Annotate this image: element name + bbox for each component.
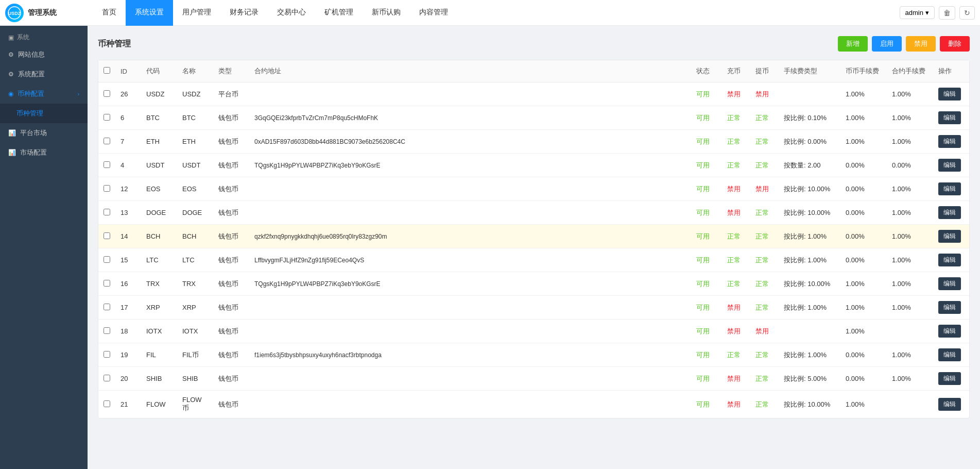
edit-button[interactable]: 编辑 — [938, 372, 961, 385]
row-coin-fee: 1.00% — [840, 296, 887, 320]
sidebar-item-coin-management[interactable]: 币种管理 — [0, 104, 88, 123]
row-type: 钱包币 — [213, 296, 249, 320]
row-checkbox[interactable] — [98, 272, 115, 296]
edit-button[interactable]: 编辑 — [938, 301, 961, 314]
nav-content[interactable]: 内容管理 — [410, 0, 457, 26]
edit-button[interactable]: 编辑 — [938, 206, 961, 219]
content-area: 币种管理 新增 启用 禁用 删除 ID 代码 名称 — [88, 26, 980, 469]
row-checkbox[interactable] — [98, 248, 115, 272]
row-name: DOGE — [177, 201, 213, 225]
main: ▣ 系统 ⚙ 网站信息 ⚙ 系统配置 ◉ 币种配置 › 币种管理 📊 平台市场 — [0, 26, 980, 469]
edit-button[interactable]: 编辑 — [938, 230, 961, 243]
nav-user-management[interactable]: 用户管理 — [173, 0, 220, 26]
edit-button[interactable]: 编辑 — [938, 348, 961, 361]
row-coin-fee: 0.00% — [840, 201, 887, 225]
table-row: 21 FLOW FLOW币 钱包币 可用 禁用 正常 按比例: 10.00% 1… — [98, 391, 969, 418]
row-checkbox[interactable] — [98, 106, 115, 130]
app: USDZ 管理系统 首页 系统设置 用户管理 财务记录 交易中心 矿机管理 新币… — [0, 0, 980, 469]
top-nav: USDZ 管理系统 首页 系统设置 用户管理 财务记录 交易中心 矿机管理 新币… — [0, 0, 980, 26]
gear-icon-2: ⚙ — [8, 71, 14, 78]
sidebar-item-website-info[interactable]: ⚙ 网站信息 — [0, 45, 88, 64]
row-contract-fee: 1.00% — [887, 225, 933, 248]
sidebar-item-coin-config[interactable]: ◉ 币种配置 › — [0, 84, 88, 104]
row-checkbox[interactable] — [98, 177, 115, 201]
delete-button[interactable]: 删除 — [940, 36, 970, 52]
disable-button[interactable]: 禁用 — [906, 36, 936, 52]
row-op: 编辑 — [933, 82, 969, 106]
row-withdraw: 禁用 — [750, 82, 779, 106]
col-status: 状态 — [691, 60, 722, 82]
row-fee-type: 按比例: 10.00% — [779, 391, 840, 418]
sidebar-item-system-config[interactable]: ⚙ 系统配置 — [0, 64, 88, 84]
row-id: 21 — [115, 391, 141, 418]
row-contract-fee: 1.00% — [887, 201, 933, 225]
nav-system-settings[interactable]: 系统设置 — [126, 0, 173, 26]
row-status: 可用 — [691, 248, 722, 272]
row-type: 钱包币 — [213, 225, 249, 248]
row-checkbox[interactable] — [98, 130, 115, 154]
chart-icon-2: 📊 — [8, 149, 16, 156]
row-fee-type — [779, 320, 840, 343]
nav-miner[interactable]: 矿机管理 — [315, 0, 363, 26]
row-checkbox[interactable] — [98, 201, 115, 225]
edit-button[interactable]: 编辑 — [938, 254, 961, 266]
edit-button[interactable]: 编辑 — [938, 159, 961, 172]
nav-trading[interactable]: 交易中心 — [268, 0, 315, 26]
row-code: IOTX — [141, 320, 177, 343]
row-checkbox[interactable] — [98, 225, 115, 248]
row-checkbox[interactable] — [98, 82, 115, 106]
row-type: 钱包币 — [213, 201, 249, 225]
table-row: 17 XRP XRP 钱包币 可用 禁用 正常 按比例: 1.00% 1.00%… — [98, 296, 969, 320]
col-type: 类型 — [213, 60, 249, 82]
sidebar-item-platform-market[interactable]: 📊 平台市场 — [0, 123, 88, 143]
row-checkbox[interactable] — [98, 296, 115, 320]
table-header-row: ID 代码 名称 类型 合约地址 状态 充币 提币 手续费类型 币币手续费 合约… — [98, 60, 969, 82]
row-code: EOS — [141, 177, 177, 201]
row-checkbox[interactable] — [98, 154, 115, 177]
edit-button[interactable]: 编辑 — [938, 88, 961, 100]
row-type: 平台币 — [213, 82, 249, 106]
add-button[interactable]: 新增 — [838, 36, 868, 52]
row-addr — [249, 296, 691, 320]
refresh-icon-btn[interactable]: ↻ — [959, 6, 975, 20]
row-id: 7 — [115, 130, 141, 154]
row-addr: TQgsKg1H9pPYLW4PBPZ7iKq3ebY9oKGsrE — [249, 272, 691, 296]
row-id: 20 — [115, 367, 141, 391]
edit-button[interactable]: 编辑 — [938, 277, 961, 290]
row-coin-fee: 1.00% — [840, 320, 887, 343]
row-status: 可用 — [691, 367, 722, 391]
row-id: 6 — [115, 106, 141, 130]
col-coinfee: 币币手续费 — [840, 60, 887, 82]
row-contract-fee: 1.00% — [887, 82, 933, 106]
admin-dropdown[interactable]: admin ▾ — [900, 6, 935, 19]
edit-button[interactable]: 编辑 — [938, 135, 961, 148]
row-type: 钱包币 — [213, 367, 249, 391]
enable-button[interactable]: 启用 — [872, 36, 902, 52]
edit-button[interactable]: 编辑 — [938, 182, 961, 195]
row-checkbox[interactable] — [98, 320, 115, 343]
row-coin-fee: 1.00% — [840, 130, 887, 154]
row-coin-fee: 1.00% — [840, 106, 887, 130]
row-name: LTC — [177, 248, 213, 272]
row-contract-fee: 1.00% — [887, 130, 933, 154]
row-status: 可用 — [691, 201, 722, 225]
row-status: 可用 — [691, 177, 722, 201]
nav-items: 首页 系统设置 用户管理 财务记录 交易中心 矿机管理 新币认购 内容管理 — [93, 0, 900, 26]
nav-new-coin[interactable]: 新币认购 — [363, 0, 410, 26]
row-addr — [249, 391, 691, 418]
edit-button[interactable]: 编辑 — [938, 325, 961, 338]
row-checkbox[interactable] — [98, 391, 115, 418]
edit-button[interactable]: 编辑 — [938, 398, 961, 411]
row-fee-type: 按比例: 1.00% — [779, 343, 840, 367]
chevron-down-icon: ▾ — [925, 9, 929, 16]
sidebar-item-market-config[interactable]: 📊 市场配置 — [0, 143, 88, 162]
nav-finance[interactable]: 财务记录 — [220, 0, 268, 26]
row-checkbox[interactable] — [98, 343, 115, 367]
row-withdraw: 禁用 — [750, 320, 779, 343]
nav-home[interactable]: 首页 — [93, 0, 126, 26]
row-name: TRX — [177, 272, 213, 296]
select-all-checkbox[interactable] — [104, 67, 110, 74]
delete-icon-btn[interactable]: 🗑 — [939, 6, 955, 20]
edit-button[interactable]: 编辑 — [938, 111, 961, 124]
row-checkbox[interactable] — [98, 367, 115, 391]
